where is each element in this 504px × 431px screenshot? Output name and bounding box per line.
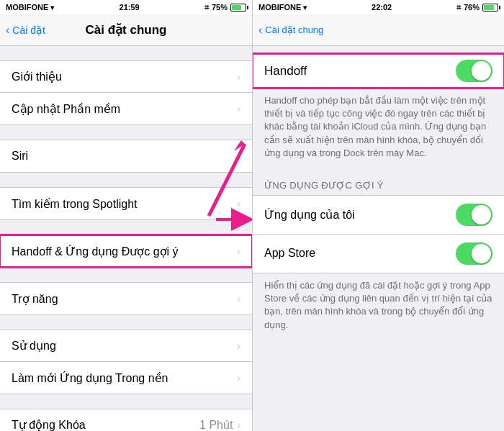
list-item-lammoi[interactable]: Làm mới Ứng dụng Trong nền › <box>0 362 252 394</box>
handoff-label: Handoff & Ứng dụng Được gợi ý <box>12 245 237 258</box>
list-item-tudonghoa[interactable]: Tự động Khóa 1 Phút › <box>0 409 252 431</box>
handoff-toggle[interactable] <box>456 60 492 82</box>
suggested-apps-group: Ứng dụng của tôi App Store <box>253 195 504 273</box>
right-nav-bar: ‹ Cài đặt chung <box>253 14 504 46</box>
right-back-chevron: ‹ <box>258 24 262 37</box>
right-appstore-item[interactable]: App Store <box>253 235 504 273</box>
handoff-chevron: › <box>237 245 240 257</box>
appstore-description: Hiển thị các ứng dụng đã cài đặt hoặc gợ… <box>253 273 504 342</box>
spotlight-label: Tìm kiếm trong Spotlight <box>12 197 237 211</box>
left-wifi-icon: ▾ <box>50 4 54 12</box>
right-settings-list: Handoff Handoff cho phép bạn bắt đầu làm… <box>253 46 504 431</box>
list-item-siri[interactable]: Siri › <box>0 140 252 172</box>
gioi-thieu-chevron: › <box>237 71 240 83</box>
left-phone-panel: MOBIFONE ▾ 21:59 ⌗ 75% ‹ Cài đặt Cài đặt… <box>0 0 252 431</box>
right-handoff-group: Handoff <box>253 53 504 89</box>
left-nav-bar: ‹ Cài đặt Cài đặt chung <box>0 14 252 46</box>
right-handoff-label: Handoff <box>264 64 456 78</box>
left-time: 21:59 <box>120 3 140 12</box>
left-back-chevron: ‹ <box>6 24 9 37</box>
right-battery <box>482 4 498 12</box>
left-status-bar: MOBIFONE ▾ 21:59 ⌗ 75% <box>0 0 252 14</box>
right-wifi-icon: ▾ <box>303 4 307 12</box>
left-back-label: Cài đặt <box>12 24 45 36</box>
left-group-6: Sử dụng › Làm mới Ứng dụng Trong nền › <box>0 330 252 394</box>
right-battery-text: 76% <box>464 3 480 12</box>
suggested-apps-section-label: ỨNG DỤNG ĐƯỢC GỢI Ý <box>253 170 504 195</box>
lammoi-label: Làm mới Ứng dụng Trong nền <box>12 371 237 385</box>
appstore-toggle[interactable] <box>456 242 492 265</box>
right-phone-panel: MOBIFONE ▾ 22:02 ⌗ 76% ‹ Cài đặt chung H… <box>252 0 504 431</box>
tudonghoa-value: 1 Phút <box>199 419 233 432</box>
handoff-toggle-knob <box>472 61 491 81</box>
list-item-gioi-thieu[interactable]: Giới thiệu › <box>0 61 252 93</box>
siri-chevron: › <box>237 150 240 162</box>
tudonghoa-chevron: › <box>237 419 240 431</box>
lammoi-chevron: › <box>237 372 240 384</box>
left-group-2: Siri › <box>0 140 252 173</box>
right-back-button[interactable]: ‹ Cài đặt chung <box>258 24 323 37</box>
list-item-spotlight[interactable]: Tìm kiếm trong Spotlight › <box>0 188 252 219</box>
siri-label: Siri <box>12 150 237 163</box>
right-status-left: MOBIFONE ▾ <box>258 3 307 12</box>
handoff-description: Handoff cho phép bạn bắt đầu làm một việ… <box>253 89 504 170</box>
left-group-7: Tự động Khóa 1 Phút › Giới hạn Tắt › <box>0 409 252 431</box>
tronang-label: Trợ năng <box>12 292 237 306</box>
left-status-left: MOBIFONE ▾ <box>6 3 54 12</box>
right-bluetooth-icon: ⌗ <box>456 3 461 12</box>
left-battery-text: 75% <box>212 3 228 12</box>
left-settings-list: Giới thiệu › Cập nhật Phần mềm › Siri › … <box>0 46 252 431</box>
left-carrier: MOBIFONE <box>6 3 48 12</box>
list-item-tronang[interactable]: Trợ năng › <box>0 283 252 314</box>
right-time: 22:02 <box>372 3 392 12</box>
gioi-thieu-label: Giới thiệu <box>12 70 237 83</box>
left-group-1: Giới thiệu › Cập nhật Phần mềm › <box>0 60 252 125</box>
tronang-chevron: › <box>237 293 240 304</box>
list-item-handoff[interactable]: Handoff & Ứng dụng Được gợi ý › <box>0 235 252 267</box>
left-group-4: Handoff & Ứng dụng Được gợi ý › <box>0 235 252 268</box>
right-status-right: ⌗ 76% <box>456 3 498 12</box>
left-bluetooth-icon: ⌗ <box>204 3 209 12</box>
list-item-sudung[interactable]: Sử dụng › <box>0 330 252 362</box>
left-battery <box>230 4 246 12</box>
right-carrier: MOBIFONE <box>258 3 301 12</box>
cap-nhat-chevron: › <box>237 103 240 114</box>
my-apps-toggle[interactable] <box>456 204 492 226</box>
right-my-apps-item[interactable]: Ứng dụng của tôi <box>253 196 504 235</box>
right-battery-fill <box>484 5 494 10</box>
right-status-bar: MOBIFONE ▾ 22:02 ⌗ 76% <box>253 0 504 14</box>
left-back-button[interactable]: ‹ Cài đặt <box>6 24 45 37</box>
left-status-right: ⌗ 75% <box>204 3 246 12</box>
my-apps-label: Ứng dụng của tôi <box>264 208 456 222</box>
tudonghoa-label: Tự động Khóa <box>12 418 199 431</box>
right-back-label: Cài đặt chung <box>265 24 323 35</box>
spotlight-chevron: › <box>237 198 240 209</box>
cap-nhat-label: Cập nhật Phần mềm <box>12 102 237 116</box>
appstore-toggle-knob <box>472 244 491 263</box>
sudung-chevron: › <box>237 340 240 352</box>
left-group-3: Tìm kiếm trong Spotlight › <box>0 187 252 220</box>
left-nav-title: Cài đặt chung <box>86 22 167 37</box>
sudung-label: Sử dụng <box>12 339 237 353</box>
appstore-label: App Store <box>264 247 456 260</box>
left-battery-fill <box>232 5 242 10</box>
left-group-5: Trợ năng › <box>0 282 252 315</box>
list-item-cap-nhat[interactable]: Cập nhật Phần mềm › <box>0 93 252 124</box>
right-handoff-item[interactable]: Handoff <box>253 54 504 88</box>
my-apps-toggle-knob <box>472 205 491 224</box>
